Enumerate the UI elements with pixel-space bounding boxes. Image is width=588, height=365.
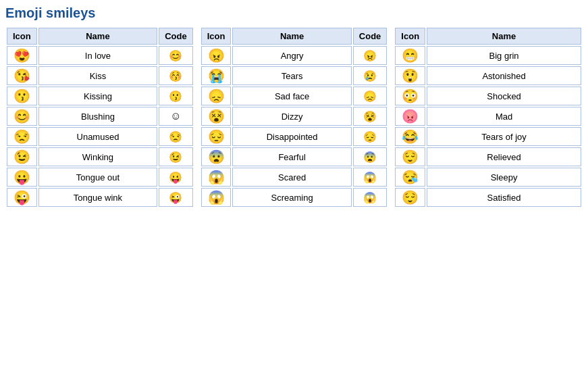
t3-header-name: Name [427, 28, 581, 45]
t3-header-icon: Icon [395, 28, 425, 45]
emoji-name: Astonished [427, 66, 581, 85]
table-row: 😂 Tears of joy [395, 127, 581, 146]
table-row: 😠 Angry 😠 [201, 46, 387, 65]
emoji-code: 😵 [353, 107, 387, 126]
emoji-code: 😨 [353, 147, 387, 166]
table-row: 😉 Winking 😉 [7, 147, 193, 166]
table-row: 😛 Tongue out 😛 [7, 168, 193, 187]
emoji-name: Sleepy [427, 168, 581, 187]
table-row: 😨 Fearful 😨 [201, 147, 387, 166]
emoji-name: Mad [427, 107, 581, 126]
emoji-icon: 😵 [201, 107, 232, 126]
emoji-icon: 😌 [395, 147, 425, 166]
emoji-code: 😠 [353, 46, 387, 65]
emoji-icon: 😉 [7, 147, 37, 166]
emoji-name: Tongue out [38, 168, 157, 187]
emoji-name: Satisfied [427, 188, 581, 207]
emoji-name: Scared [232, 168, 351, 187]
tables-container: Icon Name Code 😍 In love 😊 😘 Kiss 😚 😗 Ki… [5, 26, 583, 208]
emoji-name: Angry [232, 46, 351, 65]
table-row: 😌 Satisfied [395, 188, 581, 207]
emoji-name: Disappointed [232, 127, 351, 146]
emoji-code: 😊 [159, 46, 193, 65]
emoji-code: 😚 [159, 66, 193, 85]
emoji-name: Tongue wink [38, 188, 157, 207]
table-1: Icon Name Code 😍 In love 😊 😘 Kiss 😚 😗 Ki… [5, 26, 194, 208]
table-row: 😡 Mad [395, 107, 581, 126]
emoji-code: 😢 [353, 66, 387, 85]
t1-header-name: Name [38, 28, 157, 45]
emoji-icon: 😌 [395, 188, 425, 207]
emoji-icon: 😱 [201, 188, 232, 207]
table-row: 😵 Dizzy 😵 [201, 107, 387, 126]
emoji-icon: 😊 [7, 107, 37, 126]
table-row: 😊 Blushing ☺ [7, 107, 193, 126]
emoji-name: Kiss [38, 66, 157, 85]
emoji-icon: 😪 [395, 168, 425, 187]
emoji-icon: 😗 [7, 87, 37, 105]
emoji-name: Unamused [38, 127, 157, 146]
t2-header-name: Name [232, 28, 351, 45]
emoji-name: Sad face [232, 87, 351, 105]
table-3: Icon Name 😁 Big grin 😲 Astonished 😳 Shoc… [394, 26, 583, 208]
emoji-icon: 😒 [7, 127, 37, 146]
emoji-icon: 😔 [201, 127, 232, 146]
emoji-code: 😜 [159, 188, 193, 207]
emoji-name: Kissing [38, 87, 157, 105]
table-2: Icon Name Code 😠 Angry 😠 😭 Tears 😢 😞 Sad… [200, 26, 389, 208]
emoji-code: 😉 [159, 147, 193, 166]
table-row: 😪 Sleepy [395, 168, 581, 187]
emoji-icon: 😳 [395, 87, 425, 105]
page-title: Emoji smileys [5, 5, 583, 21]
table-row: 😭 Tears 😢 [201, 66, 387, 85]
emoji-name: Blushing [38, 107, 157, 126]
emoji-name: Fearful [232, 147, 351, 166]
table-row: 😔 Disappointed 😔 [201, 127, 387, 146]
emoji-name: Tears of joy [427, 127, 581, 146]
emoji-icon: 😡 [395, 107, 425, 126]
table-row: 😗 Kissing 😗 [7, 87, 193, 105]
emoji-code: 😱 [353, 188, 387, 207]
emoji-name: Screaming [232, 188, 351, 207]
emoji-name: Relieved [427, 147, 581, 166]
emoji-code: 😱 [353, 168, 387, 187]
emoji-name: Tears [232, 66, 351, 85]
emoji-name: Big grin [427, 46, 581, 65]
table-row: 😒 Unamused 😒 [7, 127, 193, 146]
table-row: 😳 Shocked [395, 87, 581, 105]
emoji-icon: 😁 [395, 46, 425, 65]
table-row: 😜 Tongue wink 😜 [7, 188, 193, 207]
emoji-code: 😔 [353, 127, 387, 146]
table-row: 😞 Sad face 😞 [201, 87, 387, 105]
table-row: 😁 Big grin [395, 46, 581, 65]
t1-header-icon: Icon [7, 28, 37, 45]
t2-header-code: Code [353, 28, 387, 45]
emoji-icon: 😘 [7, 66, 37, 85]
table-row: 😱 Screaming 😱 [201, 188, 387, 207]
emoji-icon: 😂 [395, 127, 425, 146]
emoji-icon: 😠 [201, 46, 232, 65]
emoji-name: Dizzy [232, 107, 351, 126]
t2-header-icon: Icon [201, 28, 232, 45]
emoji-icon: 😲 [395, 66, 425, 85]
emoji-code: 😞 [353, 87, 387, 105]
emoji-code: 😗 [159, 87, 193, 105]
table-row: 😱 Scared 😱 [201, 168, 387, 187]
table-row: 😍 In love 😊 [7, 46, 193, 65]
emoji-icon: 😍 [7, 46, 37, 65]
table-row: 😌 Relieved [395, 147, 581, 166]
emoji-icon: 😱 [201, 168, 232, 187]
emoji-code: 😛 [159, 168, 193, 187]
t1-header-code: Code [159, 28, 193, 45]
table-row: 😘 Kiss 😚 [7, 66, 193, 85]
table-row: 😲 Astonished [395, 66, 581, 85]
emoji-icon: 😞 [201, 87, 232, 105]
emoji-code: 😒 [159, 127, 193, 146]
emoji-name: Shocked [427, 87, 581, 105]
emoji-code: ☺ [159, 107, 193, 126]
emoji-icon: 😭 [201, 66, 232, 85]
emoji-icon: 😜 [7, 188, 37, 207]
emoji-name: Winking [38, 147, 157, 166]
emoji-icon: 😛 [7, 168, 37, 187]
emoji-icon: 😨 [201, 147, 232, 166]
